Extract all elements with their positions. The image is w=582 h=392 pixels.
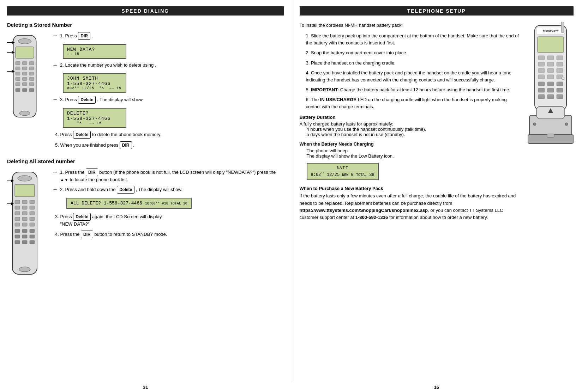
dir-button-label-4: DIR xyxy=(81,231,93,238)
svg-rect-67 xyxy=(557,68,563,73)
delete-button-label-4: Delete xyxy=(73,213,91,221)
svg-rect-35 xyxy=(22,212,27,215)
when-purchase-para: If the battery lasts only a few minutes … xyxy=(300,192,522,221)
arrow-icon-4: → xyxy=(52,169,58,175)
dir-button-label-2: DIR xyxy=(120,141,132,149)
svg-rect-45 xyxy=(30,229,35,233)
when-purchase-phone: 1-800-592-1336 xyxy=(355,215,388,220)
lcd1-line1: NEW DATA? xyxy=(67,47,122,52)
when-charging-heading: When the Battery Needs Charging xyxy=(300,141,522,147)
right-text-content: To install the cordless Ni-MH handset ba… xyxy=(300,22,522,225)
step3-delete-all: 3. Press Delete again, the LCD Screen wi… xyxy=(55,213,284,228)
phone-diagram-2 xyxy=(7,169,46,282)
svg-rect-27 xyxy=(15,184,35,197)
svg-rect-10 xyxy=(23,72,27,75)
svg-rect-20 xyxy=(29,88,34,92)
section2-steps: → 1. Press the DIR button (If the phone … xyxy=(52,169,284,241)
section2-diagram: → 1. Press the DIR button (If the phone … xyxy=(7,169,284,282)
step1-delete-stored: → 1. Press DIR . xyxy=(52,32,284,40)
svg-point-26 xyxy=(18,176,32,181)
right-step3-text: Place the handset on the charging cradle… xyxy=(311,60,396,66)
when-purchase-text3: for information about how to order a new… xyxy=(388,215,488,220)
right-content-row: To install the cordless Ni-MH handset ba… xyxy=(300,22,574,225)
when-charging-item-2: The display will show the Low Battery ic… xyxy=(307,153,522,159)
svg-rect-8 xyxy=(29,67,34,70)
section1-diagram: → 1. Press DIR . NEW DATA? →→ 15 → xyxy=(7,32,284,152)
svg-rect-59 xyxy=(538,56,545,60)
arrow-icon-5: → xyxy=(52,186,58,192)
svg-point-52 xyxy=(19,267,30,272)
svg-rect-79 xyxy=(557,94,563,99)
svg-rect-7 xyxy=(23,67,27,70)
right-section-header: TELEPHONE SETUP xyxy=(300,6,574,16)
svg-rect-46 xyxy=(15,235,20,238)
step1-num: 1. Press xyxy=(60,33,78,38)
up-down-arrows: ▲▼ xyxy=(60,177,68,183)
svg-text:PHONEMATE: PHONEMATE xyxy=(543,30,559,32)
batt-display-line1: 8:02** 12/25 NEW 0 TOTAL 39 xyxy=(311,172,374,177)
svg-point-86 xyxy=(533,123,536,125)
lcd3-line1: DELETE? xyxy=(67,111,122,116)
page-number-left: 31 xyxy=(0,382,291,392)
svg-rect-42 xyxy=(30,223,35,226)
svg-rect-2 xyxy=(16,47,34,59)
svg-rect-76 xyxy=(557,88,563,92)
right-intro-text: To install the cordless Ni-MH handset ba… xyxy=(300,22,522,29)
svg-rect-19 xyxy=(23,88,27,92)
svg-rect-3 xyxy=(16,62,20,65)
battery-item-1: 4 hours when you use the handset continu… xyxy=(307,127,522,132)
svg-rect-71 xyxy=(538,82,545,86)
when-charging-item-1: The phone will beep. xyxy=(307,148,522,153)
svg-rect-75 xyxy=(547,88,554,92)
svg-rect-28 xyxy=(15,200,20,204)
phone-diagram-1 xyxy=(7,32,46,131)
page-footer: 31 16 xyxy=(0,382,582,392)
svg-rect-32 xyxy=(22,206,27,209)
section2-title: Deleting All Stored number xyxy=(7,158,284,164)
svg-rect-17 xyxy=(29,82,34,86)
step3-delete-stored: → 3. Press Delete . The display will sho… xyxy=(52,96,284,104)
step2-text: 2. Locate the number you wish to delete … xyxy=(60,62,154,68)
lcd1-line2: →→ 15 xyxy=(67,52,122,56)
dir-button-label-1: DIR xyxy=(78,32,90,40)
svg-point-21 xyxy=(19,111,30,116)
svg-rect-30 xyxy=(30,200,35,204)
right-step2-text: Snap the battery compartment cover into … xyxy=(311,50,407,55)
svg-rect-18 xyxy=(16,88,20,92)
svg-rect-69 xyxy=(547,75,554,79)
svg-rect-80 xyxy=(561,22,564,32)
arrow-icon-1: → xyxy=(52,32,58,39)
svg-rect-63 xyxy=(547,62,554,66)
svg-rect-49 xyxy=(15,240,20,244)
right-phone-image: PHONEMATE xyxy=(528,22,574,171)
lcd-all-delete: ALL DELETE? 1-558-327-4466 10:00** #18 T… xyxy=(66,198,192,209)
svg-rect-5 xyxy=(29,62,34,65)
step1-delete-all: → 1. Press the DIR button (If the phone … xyxy=(52,169,284,183)
svg-rect-60 xyxy=(547,56,554,60)
svg-rect-65 xyxy=(538,68,545,73)
section1-title: Deleting a Stored Number xyxy=(7,22,284,28)
lcd-all-delete-line2: 1-558-327-4466 xyxy=(104,201,142,206)
svg-rect-38 xyxy=(22,217,27,221)
right-step-4: 4. Once you have installed the battery p… xyxy=(306,69,522,84)
lcd2-line2: 1-558-327-4466 xyxy=(67,81,122,86)
svg-rect-43 xyxy=(15,229,20,233)
delete-button-label-3: Delete xyxy=(117,186,134,194)
page-number-right: 16 xyxy=(291,382,582,392)
right-step5-text: Charge the battery pack for at least 12 … xyxy=(339,87,510,92)
svg-rect-58 xyxy=(538,37,564,53)
step4-delete-all: 4. Press the DIR button to return to STA… xyxy=(55,231,284,238)
right-step-5: 5. IMPORTANT: Charge the battery pack fo… xyxy=(306,86,522,93)
svg-rect-66 xyxy=(547,68,554,73)
when-purchase-text1: If the battery lasts only a few minutes … xyxy=(300,193,516,206)
svg-rect-37 xyxy=(15,217,20,221)
section1-steps: → 1. Press DIR . NEW DATA? →→ 15 → xyxy=(52,32,284,152)
step4-delete-stored: 4. Press Delete to delete the phone book… xyxy=(55,131,284,139)
svg-rect-15 xyxy=(16,82,20,86)
step5-delete-stored: 5. When you are finished press DIR . xyxy=(55,141,284,149)
right-step-1: 1. Slide the battery pack up into the co… xyxy=(306,32,522,47)
svg-rect-44 xyxy=(22,229,27,233)
svg-rect-34 xyxy=(15,212,20,215)
right-step5-bold: IMPORTANT: xyxy=(311,87,339,92)
batt-display: BATT 8:02** 12/25 NEW 0 TOTAL 39 xyxy=(307,163,379,180)
